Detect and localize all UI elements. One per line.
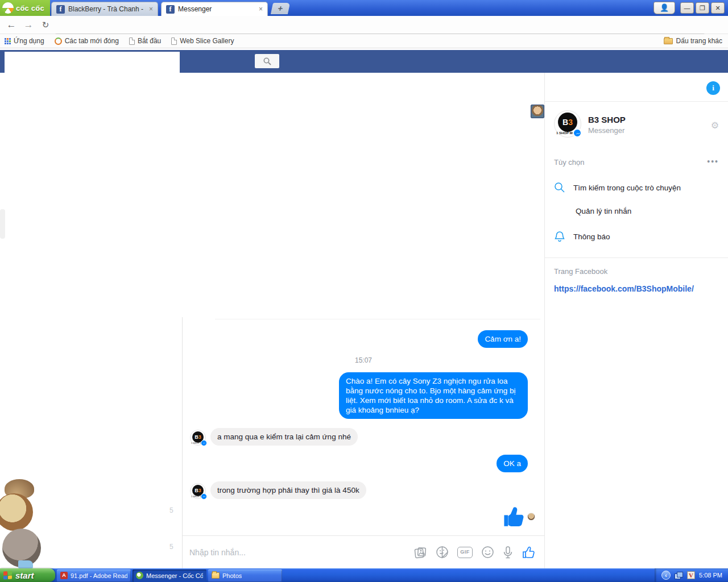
messenger-badge-icon [201, 440, 207, 446]
more-options-icon[interactable]: ••• [707, 157, 719, 166]
conversation-avatar [2, 529, 41, 567]
photo-icon[interactable] [413, 546, 427, 559]
conversation-subtitle: Messenger [588, 126, 624, 135]
messenger-badge-icon [201, 493, 207, 500]
option-label: Tìm kiếm trong cuộc trò chuyện [573, 184, 681, 192]
forward-button[interactable]: → [22, 18, 35, 32]
search-button[interactable] [255, 54, 279, 68]
message-sender-avatar[interactable]: B31 SHOP MO [190, 430, 206, 446]
close-button[interactable]: ✕ [711, 2, 725, 14]
system-tray: ‹ V 5:08 PM [655, 568, 728, 582]
browser-titlebar: cốc cốc f BlackBerry - Trà Chanh - Mua ×… [0, 0, 728, 16]
conversation-timestamp: 5 [169, 543, 181, 551]
conversation-sidebar: i B3 1 SHOP MO B3 SHOP Messenger ⚙ Tùy c… [545, 73, 728, 568]
chat-input-bar: GIF [183, 535, 544, 568]
start-button[interactable]: start [0, 568, 55, 582]
browser-profile-button[interactable]: 👤 [653, 2, 675, 14]
conversation-avatar [0, 493, 33, 531]
message-row: OK a [182, 455, 545, 472]
restore-button[interactable]: ❐ [696, 2, 709, 14]
option-notifications[interactable]: Thông báo [554, 231, 610, 242]
reload-button[interactable]: ↻ [39, 18, 52, 32]
new-tab-button[interactable]: + [271, 3, 290, 14]
bookmark-getting-started[interactable]: Bắt đầu [129, 37, 161, 45]
option-manage-messages[interactable]: Quản lý tin nhắn [576, 207, 631, 215]
tray-collapse-icon[interactable]: ‹ [661, 571, 671, 580]
message-row: B31 SHOP MOa mang qua e kiểm tra lại cảm… [182, 428, 545, 446]
taskbar-item-messenger-coccoc[interactable]: Messenger - Cốc Cốc [133, 569, 206, 582]
browser-toolbar: ← → ↻ 🔒 à ★ ⬇ ⬇ [0, 16, 728, 34]
coccoc-brand-label: cốc cốc [16, 4, 44, 13]
message-bubble[interactable]: trong trường hợp phải thay thì giá là 45… [210, 481, 366, 499]
like-thumb-icon[interactable] [522, 545, 536, 560]
gif-icon[interactable]: GIF [457, 547, 473, 558]
bookmark-web-slice[interactable]: Web Slice Gallery [171, 37, 234, 45]
minimize-button[interactable]: — [680, 2, 694, 14]
message-bubble[interactable]: OK a [497, 455, 528, 472]
tab-title: Messenger [178, 5, 255, 13]
message-bubble[interactable]: a mang qua e kiểm tra lại cảm ứng nhé [210, 428, 358, 446]
facebook-page-header: Trang Facebook [554, 267, 607, 276]
vietkey-icon[interactable]: V [687, 571, 695, 579]
bookmarks-bar: Ứng dụng Các tab mới đóng Bắt đầu Web Sl… [0, 34, 728, 48]
chat-message-list: Cảm ơn a!15:07Chào a! Em có cây Sony Z3 … [182, 73, 545, 568]
facebook-page-link[interactable]: https://facebook.com/B3ShopMobile/ [554, 284, 694, 293]
folder-icon [664, 38, 673, 44]
bookmark-apps[interactable]: Ứng dụng [5, 37, 44, 45]
bookmark-label: Web Slice Gallery [180, 37, 234, 45]
tab-title: BlackBerry - Trà Chanh - Mua [68, 5, 146, 13]
gear-icon[interactable]: ⚙ [711, 120, 719, 131]
network-icon[interactable] [675, 572, 683, 579]
sticker-icon[interactable] [436, 546, 449, 559]
message-timestamp: 15:07 [182, 356, 545, 364]
back-button[interactable]: ← [5, 18, 18, 32]
task-label: Messenger - Cốc Cốc [146, 572, 203, 579]
taskbar-item-photos[interactable]: Photos [208, 569, 282, 582]
message-bubble[interactable]: Cảm ơn a! [478, 330, 528, 348]
bookmark-label: Ứng dụng [14, 37, 44, 45]
message-bubble[interactable]: Chào a! Em có cây Sony Z3 nghịch ngu rửa… [339, 372, 528, 419]
tab-messenger[interactable]: f Messenger × [161, 2, 268, 16]
coccoc-icon [136, 572, 143, 579]
conversation-title[interactable]: B3 SHOP [588, 115, 626, 124]
start-label: start [15, 571, 34, 580]
folder-icon [212, 572, 220, 579]
coccoc-logo[interactable]: cốc cốc [0, 0, 50, 16]
facebook-favicon: f [56, 5, 65, 14]
option-label: Quản lý tin nhắn [576, 207, 631, 215]
facebook-favicon: f [166, 5, 175, 14]
bookmark-label: Bắt đầu [138, 37, 161, 45]
history-icon [55, 38, 62, 45]
other-bookmarks-label: Dấu trang khác [676, 37, 722, 45]
option-search-in-conversation[interactable]: Tìm kiếm trong cuộc trò chuyện [554, 182, 681, 193]
divider [545, 257, 728, 258]
message-sender-avatar[interactable]: B31 SHOP MO [190, 483, 206, 499]
tab-close-icon[interactable]: × [259, 6, 263, 13]
message-input[interactable] [189, 548, 413, 557]
task-label: 91.pdf - Adobe Reader [71, 572, 127, 579]
page-icon [129, 38, 135, 45]
other-bookmarks-button[interactable]: Dấu trang khác [664, 37, 722, 45]
options-header: Tùy chọn [554, 158, 584, 167]
loading-overlay [5, 52, 180, 73]
pdf-icon: A [60, 572, 68, 579]
clock: 5:08 PM [699, 572, 722, 579]
message-row: B31 SHOP MOtrong trường hợp phải thay th… [182, 481, 545, 499]
bookmark-recently-closed[interactable]: Các tab mới đóng [55, 37, 119, 45]
microphone-icon[interactable] [503, 546, 513, 559]
scrollbar-remnant [0, 209, 5, 239]
task-label: Photos [222, 572, 242, 579]
thumbs-up-sticker[interactable] [502, 504, 528, 530]
taskbar-item-adobe-reader[interactable]: A 91.pdf - Adobe Reader [57, 569, 131, 582]
search-icon [554, 182, 565, 193]
page-avatar[interactable]: B3 1 SHOP MO [554, 110, 581, 138]
windows-taskbar: start A 91.pdf - Adobe Reader Messenger … [0, 568, 728, 582]
windows-flag-icon [3, 571, 13, 579]
coccoc-sun-icon [2, 2, 14, 14]
bookmark-label: Các tab mới đóng [65, 37, 119, 45]
tab-blackberry[interactable]: f BlackBerry - Trà Chanh - Mua × [51, 2, 158, 16]
tab-close-icon[interactable]: × [149, 6, 153, 13]
info-icon[interactable]: i [706, 81, 720, 95]
option-label: Thông báo [573, 232, 610, 241]
emoji-icon[interactable] [481, 546, 494, 559]
